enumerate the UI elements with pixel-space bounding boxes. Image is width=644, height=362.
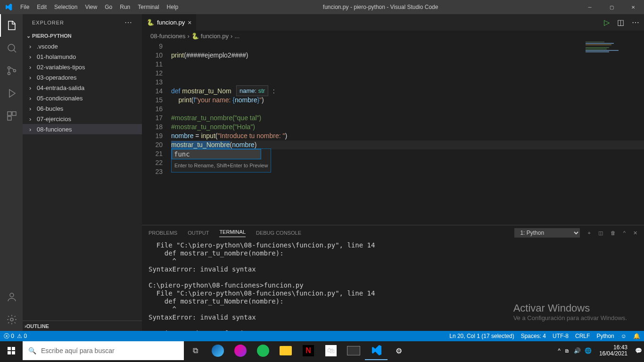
run-icon[interactable]: ▷ xyxy=(604,18,610,27)
tab-debug-console[interactable]: DEBUG CONSOLE xyxy=(256,230,301,236)
python-icon: 🐍 xyxy=(191,33,199,40)
extensions-icon[interactable] xyxy=(0,105,23,127)
window-title: funcion.py - piero-python - Visual Studi… xyxy=(182,4,579,10)
outline-section[interactable]: › OUTLINE xyxy=(23,321,142,331)
action-center-icon[interactable]: 💬 xyxy=(635,347,642,354)
maximize-panel-icon[interactable]: ^ xyxy=(623,230,626,236)
tray-chevron-icon[interactable]: ^ xyxy=(558,347,561,354)
menu-go[interactable]: Go xyxy=(101,4,116,10)
chevron-right-icon: › xyxy=(231,33,232,40)
breadcrumb-ellipsis[interactable]: ... xyxy=(234,33,239,40)
eol[interactable]: CRLF xyxy=(575,333,590,339)
volume-icon[interactable]: 🔊 xyxy=(574,347,581,354)
menu-terminal[interactable]: Terminal xyxy=(134,4,163,10)
rename-input[interactable] xyxy=(172,149,261,159)
menu-view[interactable]: View xyxy=(81,4,101,10)
menu-selection[interactable]: Selection xyxy=(50,4,81,10)
tree-item-04[interactable]: ›04-entrada-salida xyxy=(23,82,142,93)
encoding[interactable]: UTF-8 xyxy=(553,333,569,339)
explorer-icon[interactable] xyxy=(0,14,23,37)
menu-file[interactable]: File xyxy=(17,4,33,10)
tab-terminal[interactable]: TERMINAL xyxy=(219,229,246,237)
battery-icon[interactable]: 🗈 xyxy=(564,347,570,354)
maximize-button[interactable]: ▢ xyxy=(601,0,622,14)
editor[interactable]: 91011121314151617181920212223 print(####… xyxy=(142,41,644,225)
feedback-icon[interactable]: ☺ xyxy=(621,333,627,339)
app-icon[interactable] xyxy=(229,341,252,360)
tree-label: .vscode xyxy=(37,43,58,50)
settings-icon[interactable] xyxy=(0,308,23,331)
code-content[interactable]: print(#####ejemplo2####) def mostrar_tu_… xyxy=(171,41,644,225)
cursor-position[interactable]: Ln 20, Col 1 (17 selected) xyxy=(449,333,514,339)
edge-icon[interactable] xyxy=(206,341,229,360)
account-icon[interactable] xyxy=(0,286,23,308)
settings-taskbar-icon[interactable]: ⚙ xyxy=(388,341,410,360)
explorer-label: EXPLORER xyxy=(32,20,64,25)
run-debug-icon[interactable] xyxy=(0,82,23,105)
tree-label: 04-entrada-salida xyxy=(37,84,84,91)
source-control-icon[interactable] xyxy=(0,59,23,82)
status-bar: ⓧ 0 ⚠ 0 Ln 20, Col 1 (17 selected) Space… xyxy=(0,331,644,341)
tab-funcion[interactable]: 🐍 funcion.py × xyxy=(142,14,197,31)
activity-bar xyxy=(0,14,23,331)
python-icon: 🐍 xyxy=(147,19,154,26)
breadcrumb-file[interactable]: funcion.py xyxy=(201,33,229,40)
explorer-more-icon[interactable]: ⋯ xyxy=(124,18,132,27)
svg-point-0 xyxy=(8,44,15,51)
search-icon[interactable] xyxy=(0,37,23,59)
tree-item-vscode[interactable]: ›.vscode xyxy=(23,41,142,51)
svg-rect-10 xyxy=(12,347,15,350)
explorer-header: EXPLORER ⋯ xyxy=(23,14,142,31)
store-icon[interactable]: 🛍 xyxy=(320,341,342,360)
clock[interactable]: 16:43 16/04/2021 xyxy=(595,345,631,357)
language-mode[interactable]: Python xyxy=(596,333,614,339)
notifications-icon[interactable]: 🔔 xyxy=(633,333,640,339)
netflix-icon[interactable]: N xyxy=(297,341,320,360)
menu-edit[interactable]: Edit xyxy=(33,4,50,10)
tree-item-03[interactable]: ›03-operadores xyxy=(23,72,142,82)
gutter: 91011121314151617181920212223 xyxy=(142,41,171,225)
more-actions-icon[interactable]: ⋯ xyxy=(632,18,639,27)
close-button[interactable]: ✕ xyxy=(622,0,644,14)
minimap[interactable] xyxy=(586,41,637,83)
spotify-icon[interactable] xyxy=(252,341,274,360)
file-explorer-icon[interactable] xyxy=(274,341,297,360)
tree-item-05[interactable]: ›05-condicionales xyxy=(23,93,142,103)
menu-run[interactable]: Run xyxy=(116,4,134,10)
breadcrumb-folder[interactable]: 08-funciones xyxy=(150,33,185,40)
taskbar-search[interactable]: 🔍 Escribe aquí para buscar xyxy=(23,341,184,360)
close-panel-icon[interactable]: ✕ xyxy=(633,230,637,236)
tree-item-08[interactable]: ›08-funciones xyxy=(23,124,142,134)
kill-terminal-icon[interactable]: 🗑 xyxy=(611,230,616,236)
minimize-button[interactable]: ─ xyxy=(579,0,601,14)
warning-count[interactable]: ⚠ 0 xyxy=(17,333,27,339)
split-terminal-icon[interactable]: ◫ xyxy=(598,230,603,236)
tab-problems[interactable]: PROBLEMS xyxy=(149,230,177,236)
close-tab-icon[interactable]: × xyxy=(188,19,191,26)
menu-help[interactable]: Help xyxy=(163,4,182,10)
error-count[interactable]: ⓧ 0 xyxy=(4,332,14,340)
breadcrumb[interactable]: 08-funciones › 🐍 funcion.py › ... xyxy=(142,31,644,41)
project-header[interactable]: ⌄ PIERO-PYTHON xyxy=(23,31,142,41)
vscode-taskbar-icon[interactable] xyxy=(365,341,388,360)
tree-item-02[interactable]: ›02-variables-tipos xyxy=(23,62,142,72)
rename-hint: Enter to Rename, Shift+Enter to Preview xyxy=(172,159,271,172)
split-editor-icon[interactable]: ◫ xyxy=(617,18,624,27)
svg-point-2 xyxy=(8,73,10,75)
terminal-select[interactable]: 1: Python xyxy=(514,228,580,238)
task-view-icon[interactable]: ⧉ xyxy=(184,341,206,360)
tree-item-07[interactable]: ›07-ejercicios xyxy=(23,114,142,124)
chevron-right-icon: › xyxy=(29,105,37,112)
indentation[interactable]: Spaces: 4 xyxy=(521,333,546,339)
editor-actions: ▷ ◫ ⋯ xyxy=(604,14,644,31)
search-placeholder: Escribe aquí para buscar xyxy=(41,347,115,354)
wifi-icon[interactable]: 🌐 xyxy=(585,347,592,354)
chevron-right-icon: › xyxy=(29,53,37,60)
new-terminal-icon[interactable]: + xyxy=(587,230,590,236)
cmd-icon[interactable] xyxy=(342,341,365,360)
start-button[interactable] xyxy=(0,341,23,360)
tree-item-01[interactable]: ›01-holamundo xyxy=(23,51,142,62)
file-tree: ›.vscode ›01-holamundo ›02-variables-tip… xyxy=(23,41,142,321)
tab-output[interactable]: OUTPUT xyxy=(188,230,209,236)
tree-item-06[interactable]: ›06-bucles xyxy=(23,103,142,114)
